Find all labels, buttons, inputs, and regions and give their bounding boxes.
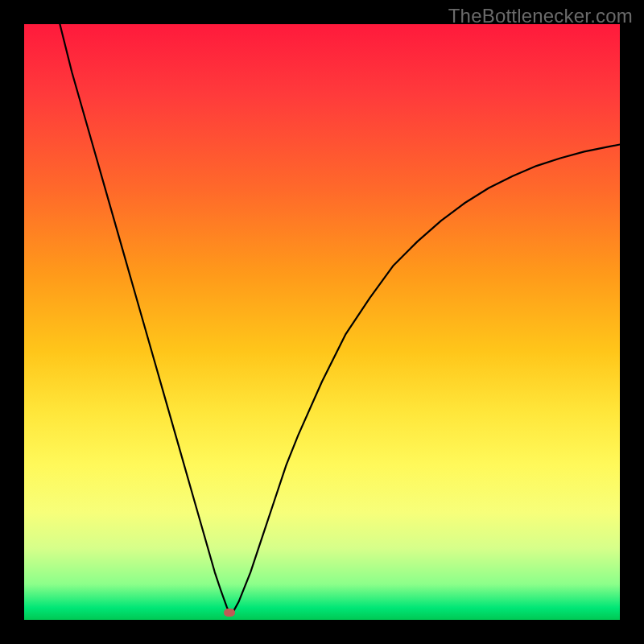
watermark-text: TheBottlenecker.com [448,5,633,27]
plot-area [24,24,620,620]
bottleneck-curve [60,24,620,614]
curve-layer [24,24,620,620]
optimal-marker [224,609,235,617]
chart-frame: TheBottlenecker.com [0,0,644,644]
